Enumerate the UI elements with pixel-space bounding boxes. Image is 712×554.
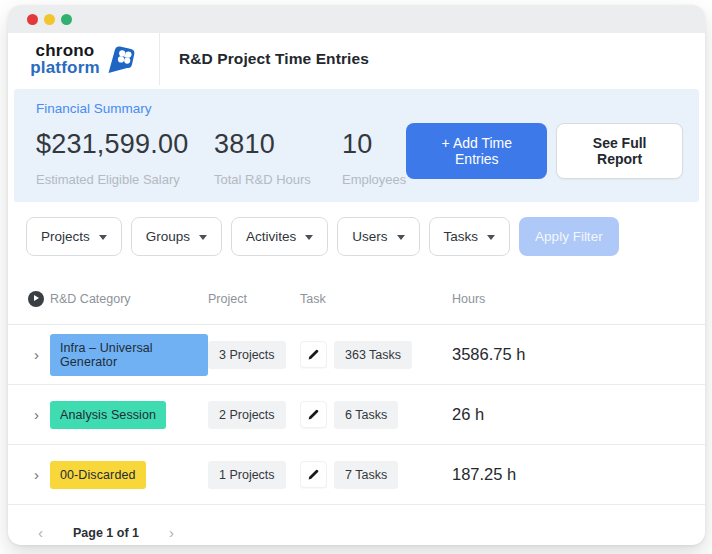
stat-value: $231,599.00	[36, 129, 214, 160]
column-header-hours: Hours	[452, 292, 705, 306]
projects-count-badge[interactable]: 2 Projects	[208, 401, 286, 429]
chevron-down-icon	[199, 235, 207, 240]
stat-eligible-salary: $231,599.00 Estimated Eligible Salary	[36, 129, 214, 187]
projects-count-badge[interactable]: 1 Projects	[208, 461, 286, 489]
brand-name-top: chrono	[30, 42, 100, 59]
minimize-window-icon[interactable]	[44, 14, 55, 25]
filter-dropdown-activities[interactable]: Activites	[231, 217, 328, 256]
chevron-down-icon	[397, 235, 405, 240]
brand-logo-text: chrono platform	[30, 42, 100, 77]
column-header-category: R&D Category	[50, 292, 208, 306]
hours-value: 26 h	[452, 405, 705, 424]
app-window: chrono platform R&D Project Time Entries…	[8, 5, 705, 545]
category-badge[interactable]: Analysis Session	[50, 401, 166, 429]
page-indicator: Page 1 of 1	[73, 526, 139, 540]
page-title: R&D Project Time Entries	[160, 33, 369, 85]
play-icon[interactable]	[28, 291, 44, 307]
category-badge[interactable]: 00-Discarded	[50, 461, 146, 489]
previous-page-icon[interactable]: ‹	[38, 525, 43, 540]
stat-value: 3810	[214, 129, 342, 160]
column-header-task: Task	[300, 292, 452, 306]
filter-label: Users	[352, 229, 387, 244]
hours-value: 187.25 h	[452, 465, 705, 484]
tasks-count-badge[interactable]: 6 Tasks	[334, 401, 398, 429]
column-header-project: Project	[208, 292, 300, 306]
edit-pencil-icon[interactable]	[300, 461, 327, 488]
financial-summary-panel: Financial Summary $231,599.00 Estimated …	[14, 89, 699, 202]
filter-label: Groups	[146, 229, 190, 244]
brand-name-bottom: platform	[30, 59, 100, 76]
stat-total-hours: 3810 Total R&D Hours	[214, 129, 342, 187]
tasks-count-badge[interactable]: 7 Tasks	[334, 461, 398, 489]
apply-filter-button[interactable]: Apply Filter	[519, 217, 619, 256]
financial-stats: Financial Summary $231,599.00 Estimated …	[36, 101, 406, 187]
filter-dropdown-tasks[interactable]: Tasks	[429, 217, 511, 256]
edit-pencil-icon[interactable]	[300, 341, 327, 368]
stat-label: Employees	[342, 172, 406, 187]
filter-dropdown-projects[interactable]: Projects	[26, 217, 122, 256]
tasks-count-badge[interactable]: 363 Tasks	[334, 341, 412, 369]
projects-count-badge[interactable]: 3 Projects	[208, 341, 286, 369]
filter-dropdown-groups[interactable]: Groups	[131, 217, 222, 256]
chevron-down-icon	[99, 235, 107, 240]
row-expand-icon[interactable]: ›	[28, 467, 50, 482]
chevron-down-icon	[487, 235, 495, 240]
row-expand-icon[interactable]: ›	[28, 347, 50, 362]
table-header: R&D Category Project Task Hours	[8, 273, 705, 325]
brand-logo[interactable]: chrono platform	[8, 33, 160, 85]
filter-label: Projects	[41, 229, 90, 244]
maximize-window-icon[interactable]	[61, 14, 72, 25]
category-badge[interactable]: Infra – Universal Generator	[50, 334, 208, 376]
hours-value: 3586.75 h	[452, 345, 705, 364]
stat-employees: 10 Employees	[342, 129, 406, 187]
filter-label: Tasks	[444, 229, 479, 244]
add-time-entries-button[interactable]: + Add Time Entries	[406, 123, 547, 179]
financial-summary-label: Financial Summary	[36, 101, 406, 116]
stat-label: Total R&D Hours	[214, 172, 342, 187]
table-row: › 00-Discarded 1 Projects 7 Tasks 187.25…	[8, 445, 705, 505]
filter-dropdown-users[interactable]: Users	[337, 217, 419, 256]
app-header: chrono platform R&D Project Time Entries	[8, 33, 705, 85]
pagination: ‹ Page 1 of 1 ›	[8, 505, 705, 540]
chevron-down-icon	[305, 235, 313, 240]
table-row: › Infra – Universal Generator 3 Projects…	[8, 325, 705, 385]
close-window-icon[interactable]	[27, 14, 38, 25]
see-full-report-button[interactable]: See Full Report	[556, 123, 683, 179]
row-expand-icon[interactable]: ›	[28, 407, 50, 422]
filter-label: Activites	[246, 229, 296, 244]
stat-value: 10	[342, 129, 406, 160]
next-page-icon[interactable]: ›	[169, 525, 174, 540]
filter-bar: Projects Groups Activites Users Tasks Ap…	[8, 202, 705, 269]
rocket-pin-icon	[105, 42, 137, 76]
table-row: › Analysis Session 2 Projects 6 Tasks 26…	[8, 385, 705, 445]
stat-label: Estimated Eligible Salary	[36, 172, 214, 187]
window-titlebar	[8, 5, 705, 33]
edit-pencil-icon[interactable]	[300, 401, 327, 428]
